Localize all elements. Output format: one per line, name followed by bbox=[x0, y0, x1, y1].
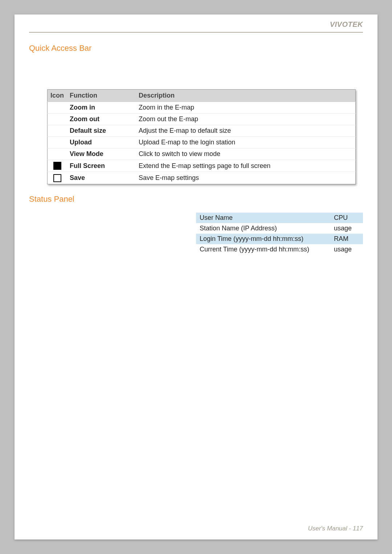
document-page: VIVOTEK Quick Access Bar Icon Function D… bbox=[15, 15, 377, 539]
icon-cell bbox=[48, 102, 67, 114]
table-row: Full Screen Extend the E-map settings pa… bbox=[48, 160, 356, 172]
status-right-cell: usage bbox=[330, 223, 363, 234]
status-right-cell: RAM bbox=[330, 234, 363, 244]
brand-label: VIVOTEK bbox=[330, 20, 363, 29]
table-row: Upload Upload E-map to the login station bbox=[48, 137, 356, 148]
full-screen-icon bbox=[53, 162, 61, 170]
icon-cell bbox=[48, 172, 67, 184]
header-rule bbox=[29, 32, 363, 33]
table-row: Current Time (yyyy-mm-dd hh:mm:ss) usage bbox=[196, 244, 363, 255]
description-cell: Upload E-map to the login station bbox=[136, 137, 355, 148]
table-row: User Name CPU bbox=[196, 213, 363, 223]
section-title-quick-access-bar: Quick Access Bar bbox=[29, 44, 363, 53]
page-footer: User's Manual - 117 bbox=[308, 525, 363, 532]
status-left-cell: Login Time (yyyy-mm-dd hh:mm:ss) bbox=[196, 234, 330, 244]
table-row: Default size Adjust the E-map to default… bbox=[48, 125, 356, 137]
table-row: Login Time (yyyy-mm-dd hh:mm:ss) RAM bbox=[196, 234, 363, 244]
description-cell: Click to switch to view mode bbox=[136, 148, 355, 160]
status-right-cell: usage bbox=[330, 244, 363, 255]
function-cell: Zoom out bbox=[67, 114, 136, 125]
description-cell: Adjust the E-map to default size bbox=[136, 125, 355, 137]
function-cell: View Mode bbox=[67, 148, 136, 160]
table-header-description: Description bbox=[136, 90, 355, 102]
status-panel-wrap: User Name CPU Station Name (IP Address) … bbox=[29, 213, 363, 255]
save-icon bbox=[53, 174, 61, 182]
page-content: Quick Access Bar Icon Function Descripti… bbox=[29, 44, 363, 255]
description-cell: Zoom in the E-map bbox=[136, 102, 355, 114]
description-cell: Extend the E-map settings page to full s… bbox=[136, 160, 355, 172]
status-left-cell: Station Name (IP Address) bbox=[196, 223, 330, 234]
table-row: View Mode Click to switch to view mode bbox=[48, 148, 356, 160]
description-cell: Save E-map settings bbox=[136, 172, 355, 184]
quick-access-bar-table: Icon Function Description Zoom in Zoom i… bbox=[47, 89, 356, 184]
function-cell: Default size bbox=[67, 125, 136, 137]
description-cell: Zoom out the E-map bbox=[136, 114, 355, 125]
table-row: Zoom in Zoom in the E-map bbox=[48, 102, 356, 114]
function-cell: Save bbox=[67, 172, 136, 184]
icon-cell bbox=[48, 125, 67, 137]
status-left-cell: User Name bbox=[196, 213, 330, 223]
table-header-function: Function bbox=[67, 90, 136, 102]
status-left-cell: Current Time (yyyy-mm-dd hh:mm:ss) bbox=[196, 244, 330, 255]
table-header-icon: Icon bbox=[48, 90, 67, 102]
table-row: Save Save E-map settings bbox=[48, 172, 356, 184]
function-cell: Full Screen bbox=[67, 160, 136, 172]
table-row: Zoom out Zoom out the E-map bbox=[48, 114, 356, 125]
function-cell: Upload bbox=[67, 137, 136, 148]
status-panel-table: User Name CPU Station Name (IP Address) … bbox=[196, 213, 363, 255]
icon-cell bbox=[48, 114, 67, 125]
status-right-cell: CPU bbox=[330, 213, 363, 223]
table-header-row: Icon Function Description bbox=[48, 90, 356, 102]
icon-cell bbox=[48, 160, 67, 172]
section-title-status-panel: Status Panel bbox=[29, 194, 363, 204]
icon-cell bbox=[48, 137, 67, 148]
table-row: Station Name (IP Address) usage bbox=[196, 223, 363, 234]
function-cell: Zoom in bbox=[67, 102, 136, 114]
icon-cell bbox=[48, 148, 67, 160]
